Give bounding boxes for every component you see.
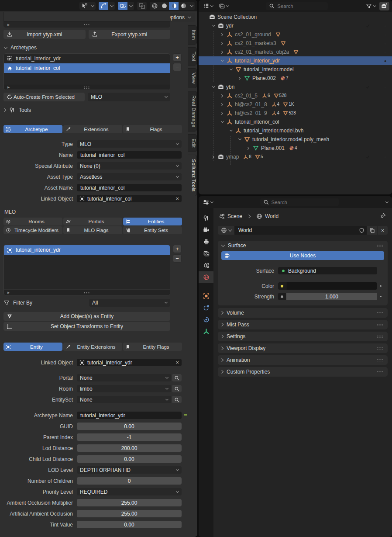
tab-flags[interactable]: Flags <box>123 125 182 133</box>
expander-icon[interactable] <box>219 51 226 53</box>
outliner-row-ymap[interactable]: ymap85 <box>199 152 392 161</box>
expander-icon[interactable] <box>227 69 234 70</box>
surface-panel-header[interactable]: Surface <box>218 241 388 250</box>
tab-entity-sets[interactable]: Entity Sets <box>123 226 182 234</box>
panel-grip-icon[interactable] <box>377 347 384 350</box>
outliner-row-cs2-01-ground[interactable]: cs2_01_ground <box>199 30 392 39</box>
outliner-row-hi-cs2-01-9[interactable]: hi@cs2_01_94528 <box>199 109 392 118</box>
lod-level-dropdown[interactable]: DEPTH ORPHAN HD <box>77 466 182 474</box>
archetype-name-input[interactable]: tutorial_interior_ydr <box>77 412 182 419</box>
tab-view-layer[interactable] <box>199 248 213 260</box>
hide-toggle-eye-open-icon[interactable] <box>372 119 381 125</box>
expander-icon[interactable] <box>236 77 243 80</box>
close-icon[interactable]: × <box>175 196 179 201</box>
hide-toggle-eye-closed-icon[interactable] <box>372 101 381 107</box>
expander-icon[interactable] <box>219 60 226 61</box>
filter-by-dropdown[interactable]: All <box>89 299 170 307</box>
ambient-occlusion-multiplier-slider[interactable]: 255.00 <box>77 499 182 506</box>
portal-search-button[interactable] <box>172 374 182 381</box>
xray-icon[interactable] <box>137 2 147 10</box>
panel-settings[interactable]: Settings <box>218 332 388 341</box>
render-toggle-camera-disabled-icon[interactable] <box>381 119 389 125</box>
outliner-row-plane-001[interactable]: Plane.0014 <box>199 144 392 152</box>
chevron-down-icon[interactable] <box>127 2 134 10</box>
tab-entity-extensions[interactable]: Entity Extensions <box>63 343 122 351</box>
strength-slider[interactable]: 1.000 <box>286 293 377 300</box>
render-toggle-camera-icon[interactable] <box>381 23 389 29</box>
panel-animation[interactable]: Animation <box>218 355 388 365</box>
hide-toggle-eye-closed-icon[interactable] <box>372 40 381 46</box>
expander-icon[interactable] <box>219 104 226 106</box>
tab-rooms[interactable]: Rooms <box>3 218 62 225</box>
render-toggle-camera-icon[interactable] <box>381 49 389 55</box>
tab-archetype[interactable]: Archetype <box>3 125 62 133</box>
hide-toggle-eye-closed-icon[interactable] <box>372 110 381 116</box>
expander-icon[interactable] <box>219 42 226 45</box>
sidebar-tab-real-damage[interactable]: Real Damage <box>188 91 197 132</box>
set-object-transforms-button[interactable]: Set Object Transforms to Entity <box>3 322 170 331</box>
archetype-type-dropdown[interactable]: MLO <box>88 93 170 101</box>
outliner-row-tutorial-interior-model-bvh[interactable]: tutorial_interior.model.bvh <box>199 126 392 135</box>
entity-item-tutorial-interior-ydr[interactable]: tutorial_interior_ydr <box>4 245 170 255</box>
remove-entity-list-button[interactable]: − <box>173 254 182 263</box>
render-toggle-camera-disabled-icon[interactable] <box>381 136 389 142</box>
panel-grip-icon[interactable] <box>377 244 384 247</box>
resize-grip-icon[interactable] <box>83 291 90 294</box>
chevron-down-icon[interactable] <box>89 2 96 10</box>
animate-dot-icon[interactable] <box>380 296 382 298</box>
resize-grip-icon[interactable] <box>83 86 90 89</box>
hide-toggle-eye-open-icon[interactable] <box>372 136 381 142</box>
entityset-search-button[interactable] <box>172 396 182 403</box>
outliner-row-tutorial-interior-col[interactable]: tutorial_interior_col <box>199 118 392 126</box>
cursor-eye-icon[interactable] <box>79 2 89 10</box>
panel-grip-icon[interactable] <box>377 359 384 361</box>
linked-object-field[interactable]: tutorial_interior_ydr× <box>77 359 182 366</box>
entityset-dropdown[interactable]: None <box>77 396 171 403</box>
sidebar-tab-view[interactable]: View <box>188 68 197 88</box>
panel-custom-properties[interactable]: Custom Properties <box>218 367 388 377</box>
outliner-row-plane-002[interactable]: Plane.0027 <box>199 74 392 83</box>
render-toggle-camera-icon[interactable] <box>381 40 389 46</box>
tab-entity-flags[interactable]: Entity Flags <box>123 343 182 351</box>
add-archetype-button[interactable]: + <box>173 53 182 62</box>
sidebar-tab-edit[interactable]: Edit <box>188 134 197 152</box>
tab-render[interactable] <box>199 224 213 236</box>
shading-wireframe[interactable] <box>150 2 159 10</box>
color-swatch[interactable] <box>286 282 377 290</box>
outliner-row-scene-collection[interactable]: Scene Collection <box>199 13 392 21</box>
tab-world[interactable] <box>199 271 213 283</box>
expander-icon[interactable] <box>227 130 234 131</box>
panel-grip-icon[interactable] <box>377 371 384 373</box>
gizmo-icon[interactable] <box>99 2 108 10</box>
expander-icon[interactable] <box>210 87 217 87</box>
chevron-down-icon[interactable] <box>108 2 115 10</box>
entity-list-handle[interactable]: ▶ <box>4 289 170 295</box>
child-lod-distance-slider[interactable]: 0.00 <box>77 455 182 463</box>
expander-icon[interactable] <box>210 25 217 26</box>
add-object-as-entity-button[interactable]: Add Object(s) as Entity <box>3 312 170 321</box>
outliner-row-ybn[interactable]: ybn <box>199 83 392 91</box>
render-toggle-camera-disabled-icon[interactable] <box>381 101 389 107</box>
render-toggle-camera-disabled-icon[interactable] <box>381 128 389 134</box>
hide-toggle-eye-closed-icon[interactable] <box>372 154 381 160</box>
panel-grip-icon[interactable] <box>377 323 384 326</box>
outliner-display-mode-dropdown[interactable] <box>217 2 230 10</box>
tab-tool[interactable] <box>199 212 213 224</box>
render-toggle-camera-disabled-icon[interactable] <box>381 110 389 116</box>
special-attribute-dropdown[interactable]: None (0) <box>77 162 182 170</box>
chevron-down-icon[interactable] <box>188 2 195 10</box>
name-input[interactable]: tutorial_interior_col <box>77 151 182 159</box>
panel-viewport-display[interactable]: Viewport Display <box>218 343 388 353</box>
tab-output[interactable] <box>199 236 213 248</box>
ytyp-list-handle[interactable]: ▶ <box>4 21 170 27</box>
render-toggle-camera-icon[interactable] <box>381 31 389 38</box>
color-socket-button[interactable] <box>278 282 286 290</box>
outliner-filter-dropdown[interactable] <box>364 2 378 10</box>
copy-datablock-button[interactable] <box>367 226 377 235</box>
panel-mist-pass[interactable]: Mist Pass <box>218 320 388 329</box>
hide-toggle-eye-open-icon[interactable] <box>372 84 381 90</box>
shading-rendered[interactable] <box>179 2 188 10</box>
type-dropdown[interactable]: MLO <box>77 140 182 148</box>
surface-shader-menu[interactable]: Background <box>278 267 377 274</box>
asset-name-input[interactable]: tutorial_interior_col <box>77 184 182 191</box>
